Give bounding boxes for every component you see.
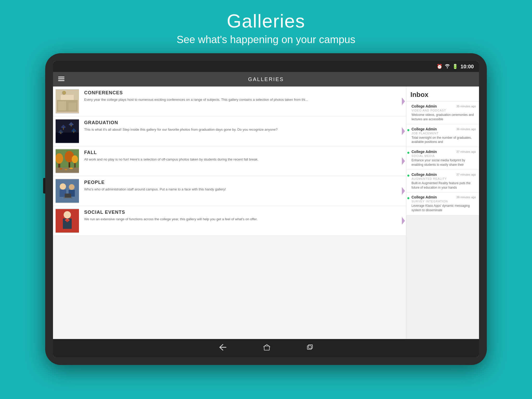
tablet-device: ⏰ 🔋 10:00 GALLERIES (45, 53, 487, 365)
svg-rect-13 (63, 127, 64, 130)
list-item[interactable]: FALL All work and no play is no fun! Her… (53, 146, 406, 176)
svg-rect-7 (61, 95, 74, 100)
conferences-arrow (401, 87, 406, 116)
inbox-panel: Inbox College Admin 35 minutes ago VIDEO… (406, 87, 479, 339)
list-item[interactable]: GRADUATION This is what it's all about! … (53, 116, 406, 146)
inbox-sender: College Admin (411, 172, 437, 177)
svg-rect-44 (264, 346, 269, 350)
status-time: 10:00 (461, 64, 474, 70)
svg-rect-36 (65, 194, 71, 198)
home-button[interactable] (263, 344, 270, 353)
inbox-item[interactable]: College Admin 36 minutes ago JOB PLACEME… (406, 124, 479, 147)
inbox-sender: College Admin (411, 150, 437, 154)
inbox-category: AUGMENTED REALITY (409, 177, 476, 180)
gallery-panel: CONFERENCES Every year the college plays… (53, 87, 406, 339)
inbox-time: 37 minutes ago (456, 150, 476, 153)
inbox-item-header: College Admin 37 minutes ago (409, 172, 476, 177)
inbox-preview: Welcome videos, graduation ceremonies an… (409, 113, 476, 122)
conferences-desc: Every year the college plays host to num… (84, 97, 402, 102)
inbox-time: 35 minutes ago (456, 105, 476, 108)
social-events-content: SOCIAL EVENTS We run an extensive range … (82, 206, 406, 236)
inbox-item-header: College Admin 38 minutes ago (409, 195, 476, 199)
svg-point-9 (62, 91, 66, 95)
battery-icon: 🔋 (452, 64, 458, 69)
graduation-content: GRADUATION This is what it's all about! … (82, 116, 406, 146)
status-icons: ⏰ 🔋 (437, 64, 458, 70)
conferences-thumbnail (56, 89, 79, 114)
svg-rect-27 (56, 168, 79, 173)
svg-rect-45 (307, 346, 311, 349)
content-area: CONFERENCES Every year the college plays… (53, 87, 479, 339)
svg-point-22 (56, 153, 63, 164)
list-item[interactable]: CONFERENCES Every year the college plays… (53, 87, 406, 116)
svg-rect-19 (74, 131, 74, 133)
list-item[interactable]: PEOPLE Who's who of administration staff… (53, 176, 406, 206)
conferences-title: CONFERENCES (84, 90, 402, 96)
app-bar-title: GALLERIES (70, 76, 462, 82)
social-events-desc: We run an extensive range of functions a… (84, 217, 402, 222)
inbox-item[interactable]: College Admin 37 minutes ago AUGMENTED R… (406, 170, 479, 193)
page-title: Galleries (177, 10, 355, 32)
people-content: PEOPLE Who's who of administration staff… (82, 176, 406, 206)
people-desc: Who's who of administration staff around… (84, 187, 402, 192)
svg-rect-1 (58, 78, 64, 79)
svg-point-26 (72, 155, 78, 163)
wifi-icon (444, 64, 450, 70)
fall-content: FALL All work and no play is no fun! Her… (82, 146, 406, 176)
people-thumbnail (56, 179, 79, 203)
svg-point-34 (69, 184, 75, 190)
inbox-preview: Total oversight on the number of graduat… (409, 136, 476, 144)
svg-rect-5 (58, 101, 66, 110)
conferences-content: CONFERENCES Every year the college plays… (82, 87, 406, 116)
inbox-item[interactable]: College Admin 35 minutes ago VIDEO AND P… (406, 102, 479, 124)
graduation-title: GRADUATION (84, 120, 402, 125)
back-button[interactable] (219, 344, 227, 353)
fall-title: FALL (84, 150, 402, 155)
inbox-category: VIDEO AND PODCAST (409, 109, 476, 112)
graduation-thumbnail (56, 119, 79, 143)
inbox-item-header: College Admin 35 minutes ago (409, 104, 476, 108)
fall-arrow (401, 146, 406, 176)
inbox-category: SURVEY INTEGRATION (409, 200, 476, 203)
svg-rect-15 (71, 125, 71, 127)
svg-point-32 (60, 183, 66, 190)
svg-rect-46 (308, 345, 312, 348)
alarm-icon: ⏰ (437, 64, 442, 69)
status-bar: ⏰ 🔋 10:00 (53, 61, 479, 72)
people-arrow (401, 176, 406, 206)
tablet-screen: ⏰ 🔋 10:00 GALLERIES (53, 61, 479, 357)
fall-thumbnail (56, 149, 79, 173)
inbox-preview: Leverage Klass Apps' dynamic messaging s… (409, 204, 476, 212)
inbox-category: JOB PLACEMENT (409, 132, 476, 135)
tablet-side-button (43, 178, 45, 194)
inbox-category: SOCIAL MEDIA (409, 154, 476, 157)
people-title: PEOPLE (84, 180, 402, 185)
inbox-preview: Built-in Augmented Reality feature puts … (409, 181, 476, 190)
inbox-time: 36 minutes ago (456, 128, 476, 131)
list-item[interactable]: SOCIAL EVENTS We run an extensive range … (53, 206, 406, 236)
inbox-header: Inbox (406, 87, 479, 102)
nav-bar (53, 339, 479, 357)
menu-icon[interactable] (58, 76, 64, 83)
graduation-arrow (401, 116, 406, 146)
svg-rect-6 (69, 103, 76, 110)
inbox-time: 37 minutes ago (456, 173, 476, 176)
inbox-time: 38 minutes ago (456, 196, 476, 199)
recents-button[interactable] (307, 344, 313, 352)
inbox-sender: College Admin (411, 104, 437, 108)
svg-rect-0 (58, 77, 64, 77)
inbox-item[interactable]: College Admin 38 minutes ago SURVEY INTE… (406, 192, 479, 215)
social-events-title: SOCIAL EVENTS (84, 210, 402, 215)
graduation-desc: This is what it's all about! Step inside… (84, 127, 402, 132)
inbox-sender: College Admin (411, 195, 437, 199)
social-events-thumbnail (56, 209, 79, 233)
page-header: Galleries See what's happening on your c… (177, 0, 355, 53)
svg-point-39 (64, 211, 71, 218)
svg-point-28 (59, 168, 62, 170)
svg-rect-2 (58, 80, 64, 81)
inbox-item[interactable]: College Admin 37 minutes ago SOCIAL MEDI… (406, 147, 479, 170)
inbox-item-header: College Admin 37 minutes ago (409, 150, 476, 154)
svg-rect-37 (63, 197, 72, 198)
svg-point-43 (66, 220, 68, 222)
inbox-item-header: College Admin 36 minutes ago (409, 127, 476, 131)
